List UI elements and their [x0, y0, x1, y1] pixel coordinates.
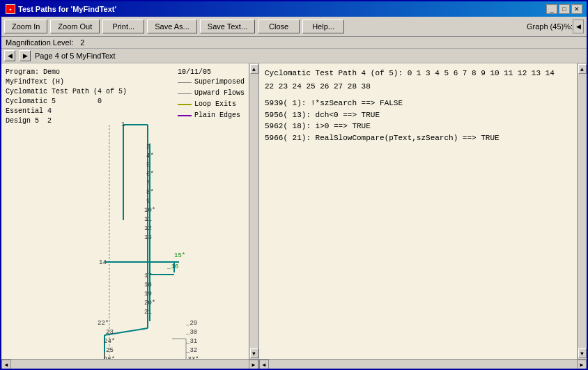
- window-icon: ✦: [6, 4, 15, 14]
- svg-text:19: 19: [144, 291, 152, 298]
- svg-text:24*: 24*: [104, 338, 115, 345]
- close-window-button[interactable]: ✕: [571, 4, 582, 14]
- title-bar: ✦ Test Paths for 'MyFindText' _ □ ✕: [1, 1, 587, 17]
- right-scroll-down[interactable]: ▼: [578, 348, 587, 358]
- left-hscroll-right[interactable]: ▶: [249, 360, 258, 369]
- prev-page-button[interactable]: ◀: [4, 50, 15, 61]
- left-scroll-up[interactable]: ▲: [250, 64, 258, 74]
- path-line-2: 5956( 13): dch<0 ==> TRUE: [265, 109, 581, 121]
- title-bar-left: ✦ Test Paths for 'MyFindText': [6, 4, 116, 14]
- page-navigation: ◀ ▶ Page 4 of 5 MyFindText: [1, 49, 587, 63]
- left-scroll-down[interactable]: ▼: [250, 348, 258, 358]
- legend-upward-flows: Upward Flows: [178, 88, 245, 98]
- info-line-4: Cyclomatic 5 0: [6, 97, 127, 107]
- left-panel: Program: Demo MyFindText (H) Cyclomatic …: [1, 63, 259, 359]
- right-panel-inner: Cyclomatic Test Path 4 (of 5): 0 1 3 4 5…: [259, 63, 587, 148]
- svg-text:11: 11: [144, 216, 152, 223]
- svg-text:_32: _32: [185, 347, 197, 354]
- right-scroll-up[interactable]: ▲: [578, 64, 587, 74]
- help-button[interactable]: Help...: [302, 20, 344, 33]
- minimize-button[interactable]: _: [546, 4, 557, 14]
- title-controls: _ □ ✕: [546, 4, 582, 14]
- right-panel: Cyclomatic Test Path 4 (of 5): 0 1 3 4 5…: [259, 63, 587, 359]
- left-hscroll-left[interactable]: ◀: [1, 360, 11, 369]
- main-window: ✦ Test Paths for 'MyFindText' _ □ ✕ Zoom…: [0, 0, 588, 370]
- zoom-in-button[interactable]: Zoom In: [4, 20, 47, 33]
- svg-text:_31: _31: [185, 338, 197, 345]
- close-button[interactable]: Close: [258, 20, 300, 33]
- mag-label: Magnification Level:: [6, 38, 73, 47]
- path-header-1: Cyclomatic Test Path 4 (of 5): 0 1 3 4 5…: [265, 68, 581, 79]
- svg-text:_29: _29: [185, 320, 197, 327]
- legend-superimposed: Superimposed: [178, 77, 245, 87]
- info-line-3: Cyclomatic Test Path (4 of 5): [6, 87, 127, 97]
- path-line-1: 5939( 1): !*szSearch ==> FALSE: [265, 98, 581, 109]
- svg-text:_33*: _33*: [183, 356, 199, 359]
- save-text-button[interactable]: Save Text...: [200, 20, 255, 33]
- svg-text:17: 17: [144, 272, 152, 279]
- svg-text:_30: _30: [185, 329, 197, 336]
- left-panel-inner: Program: Demo MyFindText (H) Cyclomatic …: [1, 63, 258, 359]
- graph-canvas: 1 3 4* 5 6* 7 8* 9 10*: [1, 112, 245, 359]
- svg-text:15*: 15*: [174, 252, 185, 259]
- left-hscroll-track: [11, 360, 249, 369]
- path-line-3: 5962( 18): i>0 ==> TRUE: [265, 121, 581, 132]
- save-as-button[interactable]: Save As...: [147, 20, 197, 33]
- window-title: Test Paths for 'MyFindText': [18, 5, 116, 13]
- svg-text:_16: _16: [167, 263, 178, 270]
- svg-text:12: 12: [144, 225, 152, 232]
- maximize-button[interactable]: □: [559, 4, 570, 14]
- right-vscrollbar[interactable]: ▲ ▼: [577, 63, 587, 359]
- left-hscrollbar[interactable]: ◀ ▶: [1, 360, 259, 369]
- page-info: Page 4 of 5 MyFindText: [35, 52, 116, 60]
- svg-text:18: 18: [144, 282, 152, 288]
- path-header-2: 22 23 24 25 26 27 28 38: [265, 81, 581, 93]
- graph-scroll-button[interactable]: ◀: [573, 20, 584, 33]
- right-hscrollbar[interactable]: ◀ ▶: [259, 360, 587, 369]
- right-hscroll-left[interactable]: ◀: [259, 360, 269, 369]
- next-page-button[interactable]: ▶: [20, 50, 31, 61]
- svg-text:13: 13: [144, 234, 152, 241]
- path-line-4: 5966( 21): RealSlowCompare(pText,szSearc…: [265, 132, 581, 144]
- info-line-2: MyFindText (H): [6, 77, 127, 87]
- graph-label: Graph (45)%: ◀: [527, 20, 584, 33]
- print-button[interactable]: Print...: [102, 20, 144, 33]
- svg-text:21: 21: [144, 309, 152, 316]
- bottom-scrollbar: ◀ ▶ ◀ ▶: [1, 359, 587, 369]
- right-hscroll-track: [269, 360, 577, 369]
- mag-value: 2: [80, 38, 84, 47]
- info-line-1: Program: Demo: [6, 68, 127, 77]
- svg-text:1: 1: [121, 121, 125, 128]
- date-label: 10/11/05: [178, 68, 245, 77]
- svg-text:25: 25: [106, 347, 114, 354]
- left-vscrollbar[interactable]: ▲ ▼: [249, 63, 258, 359]
- legend-loop-exits: Loop Exits: [178, 100, 245, 109]
- zoom-out-button[interactable]: Zoom Out: [50, 20, 100, 33]
- magnification-bar: Magnification Level: 2: [1, 37, 587, 49]
- svg-text:22*: 22*: [98, 320, 109, 327]
- svg-text:26*: 26*: [104, 356, 115, 359]
- toolbar: Zoom In Zoom Out Print... Save As... Sav…: [1, 17, 587, 37]
- content-area: Program: Demo MyFindText (H) Cyclomatic …: [1, 63, 587, 359]
- right-hscroll-right[interactable]: ▶: [577, 360, 587, 369]
- svg-text:23: 23: [106, 329, 114, 336]
